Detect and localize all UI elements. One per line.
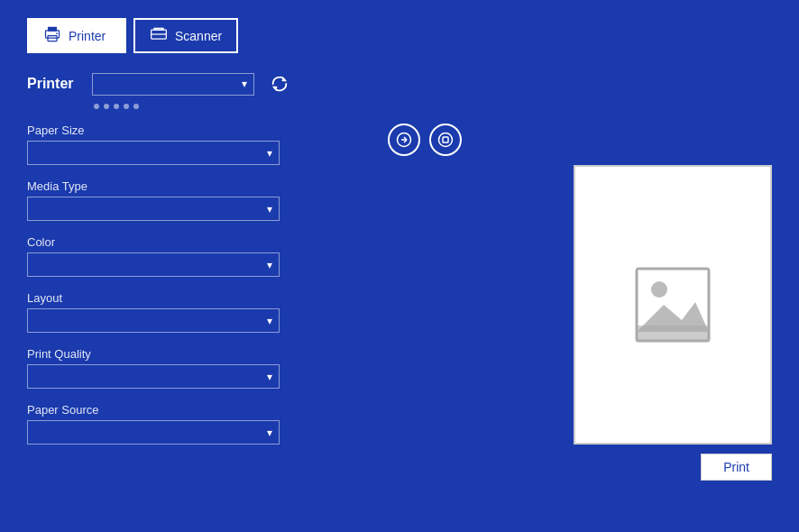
- svg-point-11: [439, 133, 453, 147]
- tab-printer[interactable]: Printer: [27, 18, 126, 53]
- print-btn-row: Print: [574, 454, 772, 481]
- media-type-select[interactable]: [27, 197, 280, 221]
- paper-size-label: Paper Size: [27, 124, 352, 137]
- paper-size-field: Paper Size: [27, 124, 352, 165]
- preview-panel: Print: [370, 124, 772, 514]
- progress-dots: [94, 104, 772, 109]
- paper-source-label: Paper Source: [27, 403, 352, 417]
- preview-ctrl-1[interactable]: [388, 124, 420, 156]
- scanner-tab-label: Scanner: [175, 29, 222, 43]
- color-select-wrapper: [27, 252, 280, 277]
- svg-rect-16: [637, 326, 709, 341]
- svg-rect-6: [154, 28, 163, 30]
- print-quality-label: Print Quality: [27, 347, 352, 361]
- printer-field-label: Printer: [27, 76, 81, 92]
- scanner-tab-icon: [150, 25, 168, 46]
- media-type-label: Media Type: [27, 179, 352, 193]
- paper-source-select[interactable]: [27, 420, 280, 445]
- main-content: Paper Size Media Type Color: [27, 124, 772, 514]
- svg-point-3: [56, 32, 58, 34]
- paper-size-select[interactable]: [27, 141, 280, 165]
- dot-5: [133, 104, 139, 109]
- media-type-field: Media Type: [27, 179, 352, 221]
- color-field: Color: [27, 235, 352, 277]
- svg-rect-12: [443, 137, 448, 142]
- preview-image-placeholder: [632, 264, 713, 345]
- form-panel: Paper Size Media Type Color: [27, 124, 352, 514]
- refresh-button[interactable]: [265, 69, 294, 98]
- color-label: Color: [27, 235, 352, 249]
- dot-1: [94, 104, 99, 109]
- print-button[interactable]: Print: [701, 454, 772, 481]
- svg-rect-2: [48, 27, 57, 32]
- preview-controls: [388, 124, 462, 156]
- printer-select-wrapper: [92, 73, 254, 96]
- svg-point-14: [651, 281, 667, 298]
- dot-4: [124, 104, 129, 109]
- printer-row: Printer: [27, 69, 772, 98]
- layout-label: Layout: [27, 291, 352, 305]
- print-quality-select[interactable]: [27, 364, 280, 389]
- print-quality-select-wrapper: [27, 364, 280, 389]
- paper-source-select-wrapper: [27, 420, 280, 445]
- preview-area: [574, 165, 772, 445]
- printer-select[interactable]: [92, 73, 254, 96]
- color-select[interactable]: [27, 252, 280, 277]
- paper-size-select-wrapper: [27, 141, 280, 165]
- tab-bar: Printer Scanner: [27, 18, 772, 53]
- layout-select-wrapper: [27, 308, 280, 333]
- layout-select[interactable]: [27, 308, 280, 333]
- tab-scanner[interactable]: Scanner: [133, 18, 238, 53]
- preview-ctrl-2[interactable]: [429, 124, 462, 156]
- dot-2: [104, 104, 109, 109]
- printer-tab-icon: [43, 25, 61, 46]
- media-type-select-wrapper: [27, 197, 280, 221]
- printer-tab-label: Printer: [69, 29, 106, 43]
- print-quality-field: Print Quality: [27, 347, 352, 389]
- paper-source-field: Paper Source: [27, 403, 352, 445]
- layout-field: Layout: [27, 291, 352, 333]
- dot-3: [114, 104, 119, 109]
